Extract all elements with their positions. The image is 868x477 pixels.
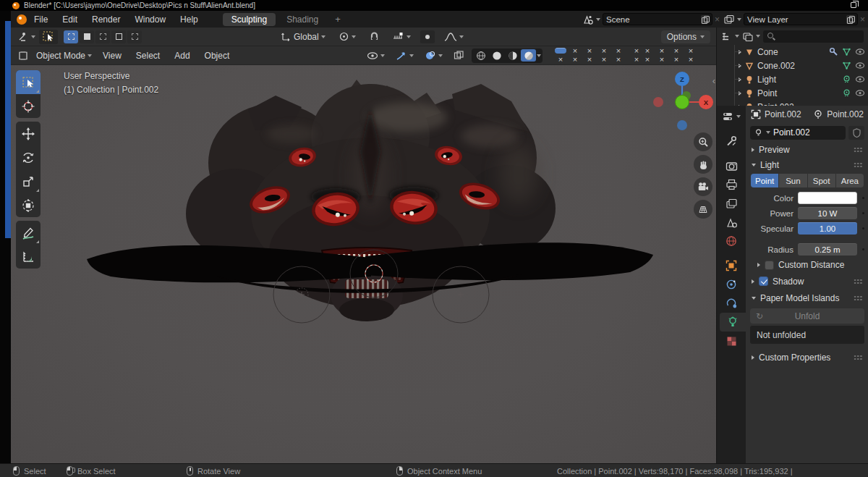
custom-distance-subpanel[interactable]: Custom Distance [746, 257, 868, 273]
custom-distance-checkbox[interactable] [765, 261, 774, 270]
fake-user-button[interactable] [848, 126, 864, 140]
menu-file[interactable]: File [27, 14, 55, 25]
view-layer-selector[interactable]: View Layer × [723, 12, 865, 26]
tool-measure[interactable] [16, 245, 41, 269]
breadcrumb-object[interactable]: Point.002 [765, 109, 801, 119]
hide-eye-icon[interactable] [855, 48, 865, 56]
outliner-row-point[interactable]: Point [717, 86, 868, 100]
shading-wireframe-button[interactable] [473, 49, 488, 62]
filter-icon[interactable] [742, 32, 753, 41]
menu-object[interactable]: Object [197, 51, 237, 61]
expand-icon[interactable] [739, 50, 741, 54]
menu-window[interactable]: Window [127, 14, 173, 25]
viewport-3d[interactable]: User Perspective (1) Collection | Point.… [11, 65, 716, 463]
tool-transform[interactable] [16, 193, 41, 217]
outliner-display-icon[interactable] [721, 32, 732, 41]
animate-dot-icon[interactable] [862, 212, 864, 214]
tab-tool[interactable] [717, 132, 746, 151]
light-name-field[interactable]: Point.002 [750, 126, 846, 140]
copy-view-layer-icon[interactable] [846, 15, 854, 24]
grip-icon[interactable] [854, 295, 863, 300]
add-workspace-button[interactable]: + [329, 14, 346, 25]
select-mode-intersect[interactable] [127, 30, 142, 43]
workspace-tab-sculpting[interactable]: Sculpting [223, 13, 276, 26]
color-swatch[interactable] [798, 192, 857, 204]
animate-dot-icon[interactable] [862, 248, 864, 250]
menu-edit[interactable]: Edit [55, 14, 85, 25]
gizmos-dropdown[interactable] [392, 51, 417, 61]
tool-rotate[interactable] [16, 145, 41, 169]
animate-dot-icon[interactable] [862, 227, 864, 229]
outliner-row-cone[interactable]: Cone [717, 45, 868, 59]
scene-selector[interactable]: Scene × [582, 12, 720, 26]
close-icon[interactable]: × [860, 15, 865, 24]
select-mode-invert[interactable] [111, 30, 126, 43]
animate-dot-icon[interactable] [862, 197, 864, 199]
blender-menu-icon[interactable] [17, 14, 27, 25]
menu-view[interactable]: View [95, 51, 129, 61]
grip-icon[interactable] [854, 355, 863, 360]
hide-eye-icon[interactable] [855, 62, 865, 69]
select-mode-extend[interactable] [80, 30, 94, 43]
collapse-panel-icon[interactable]: ‹ [712, 75, 715, 86]
power-field[interactable]: 10 W [798, 207, 857, 219]
grip-icon[interactable] [854, 162, 863, 167]
orthographic-toggle-button[interactable] [694, 200, 712, 219]
tab-constraints[interactable] [717, 275, 746, 294]
hide-eye-icon[interactable] [855, 75, 865, 83]
tab-physics[interactable] [717, 294, 746, 313]
pivot-point-dropdown[interactable] [335, 31, 359, 42]
panel-paper-model[interactable]: Paper Model Islands [746, 290, 868, 306]
shading-rendered-button[interactable] [521, 49, 536, 62]
options-button[interactable]: Options [661, 30, 710, 43]
xray-toggle[interactable] [450, 51, 468, 60]
outliner-row-cone002[interactable]: Cone.002 [717, 59, 868, 72]
select-mode-subtract[interactable] [95, 30, 110, 43]
active-tool-dropdown[interactable] [14, 31, 39, 43]
menu-help[interactable]: Help [173, 14, 205, 25]
shading-solid-button[interactable] [489, 49, 504, 62]
grip-icon[interactable] [854, 279, 863, 284]
grip-icon[interactable] [854, 147, 863, 152]
snap-target-dropdown[interactable] [389, 32, 414, 42]
tool-scale[interactable] [16, 169, 41, 193]
transform-orientation-dropdown[interactable]: Global [277, 31, 329, 42]
workspace-tab-shading[interactable]: Shading [278, 13, 327, 26]
navigation-gizmo[interactable]: Z X [651, 69, 716, 141]
outliner-row-point002[interactable]: Point.002 [717, 100, 868, 106]
editor-type-button[interactable] [14, 50, 33, 62]
menu-render[interactable]: Render [85, 14, 127, 25]
pan-button[interactable] [694, 155, 712, 174]
shading-material-button[interactable] [505, 49, 520, 62]
copy-scene-icon[interactable] [701, 15, 709, 24]
expand-icon[interactable] [739, 64, 741, 68]
hide-eye-icon[interactable] [855, 89, 865, 97]
breadcrumb-data[interactable]: Point.002 [827, 109, 864, 119]
panel-custom-properties[interactable]: Custom Properties [746, 350, 868, 365]
tool-annotate[interactable] [16, 221, 41, 245]
tab-view-layer[interactable] [717, 194, 746, 213]
panel-shadow[interactable]: Shadow [746, 273, 868, 290]
outliner-row-light[interactable]: Light [717, 72, 868, 86]
outliner-search-input[interactable] [763, 30, 864, 43]
proportional-falloff-dropdown[interactable] [441, 32, 467, 42]
specular-slider[interactable]: 1.00 [798, 222, 857, 235]
object-visibility-dropdown[interactable] [363, 51, 388, 60]
light-type-sun[interactable]: Sun [779, 174, 807, 187]
restore-window-icon[interactable] [851, 2, 856, 8]
tab-object-data[interactable] [720, 313, 746, 332]
tab-world[interactable] [717, 232, 746, 250]
proportional-edit-toggle[interactable] [420, 30, 435, 43]
tab-output[interactable] [717, 175, 746, 194]
expand-icon[interactable] [739, 91, 741, 96]
menu-select[interactable]: Select [129, 51, 167, 61]
close-icon[interactable]: × [715, 15, 720, 24]
active-tool-select-box[interactable] [39, 30, 58, 44]
menu-add[interactable]: Add [167, 51, 197, 61]
tab-scene[interactable] [717, 213, 746, 232]
light-type-point[interactable]: Point [751, 174, 778, 187]
panel-light[interactable]: Light [746, 157, 868, 172]
tab-render[interactable] [717, 156, 746, 175]
tool-cursor[interactable] [16, 94, 41, 118]
properties-editor-type-button[interactable] [717, 107, 746, 126]
